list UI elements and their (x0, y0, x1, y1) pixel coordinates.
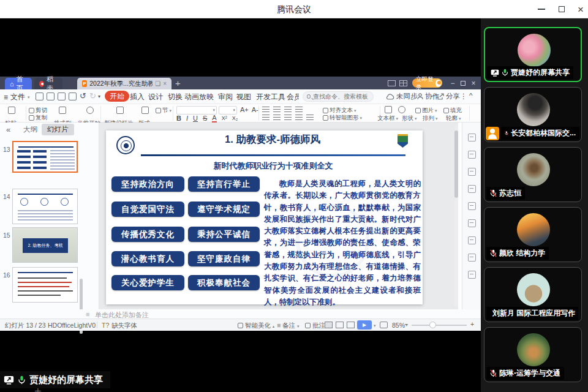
picture-button[interactable]: 图片▾ (415, 107, 437, 115)
more-commands-icon[interactable]: ▾ (98, 94, 100, 99)
more-menu-button[interactable]: ⋮ (460, 92, 467, 100)
line-spacing-icon[interactable] (306, 115, 314, 121)
shape-icon[interactable] (398, 106, 405, 113)
notes-bar[interactable]: ≡ 单击此处添加备注 (0, 309, 481, 318)
shape-button[interactable]: 形状▾ (402, 115, 417, 123)
play-options-caret[interactable]: ▾ (374, 323, 376, 328)
fill-button[interactable]: 填充 (443, 107, 462, 115)
align-left-icon[interactable] (262, 115, 270, 121)
comment-button[interactable]: 批注 (305, 322, 325, 330)
font-family-select[interactable]: ▾ (176, 106, 217, 115)
theme-name[interactable]: HDOfficeLightV0 (48, 322, 96, 329)
participant-tile[interactable]: 苏志恒 (484, 147, 582, 202)
new-doc-icon[interactable] (36, 92, 43, 100)
menu-tab-design[interactable]: 设计 (148, 92, 163, 102)
animation-pane-icon[interactable] (468, 151, 476, 159)
wps-restore-button[interactable] (458, 77, 468, 89)
properties-pane-icon[interactable] (468, 134, 476, 141)
outdent-icon[interactable] (284, 107, 292, 113)
design-pane-icon[interactable] (468, 168, 476, 176)
command-search[interactable] (303, 91, 374, 102)
copy-button[interactable]: 复制 (29, 114, 47, 122)
zoom-slider-track[interactable] (412, 325, 467, 326)
slide-thumbnail-15[interactable]: 2. 助教任务、考核 (12, 227, 78, 263)
print-icon[interactable] (58, 92, 66, 100)
slide-thumbnail-13[interactable] (12, 141, 78, 173)
grow-font-button[interactable]: A+ (240, 106, 249, 113)
menu-tab-transition[interactable]: 切换 (168, 92, 183, 102)
font-color-button[interactable]: A (212, 114, 216, 123)
panel-collapse-button[interactable]: « (6, 125, 10, 134)
tab-popout-icon[interactable]: ❏ (155, 80, 160, 87)
current-slide[interactable]: 1. 助教要求-师德师风 新时代教师职业行为十项准则全文 坚持政治方向 坚持言行… (106, 130, 423, 304)
save-icon[interactable] (47, 92, 55, 100)
search-input[interactable] (313, 93, 369, 100)
tab-slides[interactable]: 幻灯片 (42, 124, 74, 135)
menu-tab-slideshow[interactable]: 放映 (199, 92, 214, 102)
undo-icon[interactable]: ↺ (80, 91, 86, 100)
sync-status[interactable]: 未同步 (386, 92, 418, 101)
participant-tile[interactable]: 长安都柏林国际交... (484, 87, 582, 142)
new-tab-button[interactable]: + (175, 78, 181, 88)
print-preview-icon[interactable] (69, 92, 77, 100)
window-split-icon[interactable] (388, 80, 396, 86)
menu-tab-view[interactable]: 视图 (236, 92, 251, 102)
justify-icon[interactable] (295, 115, 303, 121)
outline-button[interactable]: 轮廓▾ (446, 115, 461, 123)
wps-tab-docer[interactable]: 稻壳 (34, 78, 62, 89)
redo-icon[interactable]: ↻ (89, 91, 96, 100)
icon-pane-icon[interactable] (468, 236, 476, 244)
smart-graphic-button[interactable]: 转智能图形▾ (323, 114, 362, 122)
resource-pane-icon[interactable] (468, 202, 476, 210)
underline-button[interactable]: U (193, 115, 198, 122)
italic-button[interactable]: I (186, 115, 188, 122)
tab-outline[interactable]: 大纲 (23, 125, 37, 134)
missing-font-label[interactable]: 缺失字体 (111, 322, 137, 330)
menu-tab-review[interactable]: 审阅 (218, 92, 233, 102)
align-right-icon[interactable] (284, 115, 292, 121)
shrink-font-button[interactable]: A- (252, 106, 258, 113)
close-button[interactable]: × (571, 0, 588, 18)
file-menu[interactable]: ≡ 文件 ▾ (4, 92, 30, 102)
fit-window-button[interactable] (380, 322, 388, 328)
strikethrough-button[interactable]: S (203, 115, 207, 122)
reading-view-button[interactable] (347, 322, 355, 328)
menu-tab-devtools[interactable]: 开发工具 (256, 92, 285, 102)
participant-tile[interactable]: 陈琳-运筹学与交通 (484, 327, 582, 382)
comment-pane-icon[interactable] (468, 185, 476, 193)
wps-tab-home[interactable]: ⌂ 首页 (5, 78, 32, 89)
wps-tab-document[interactable]: P 2022年秋季...究生助教座谈会 ❏ × (77, 78, 172, 89)
normal-view-button[interactable] (325, 322, 333, 328)
menu-tab-start[interactable]: 开始 (105, 91, 129, 102)
sorter-view-button[interactable] (336, 322, 344, 328)
maximize-button[interactable] (552, 0, 571, 18)
subscript-button[interactable]: X₂ (232, 115, 238, 121)
align-center-icon[interactable] (273, 115, 281, 121)
zoom-in-button[interactable]: + (470, 320, 474, 328)
collapse-ribbon-button[interactable]: ^ (469, 92, 472, 99)
slideshow-play-button[interactable]: ▶ (357, 320, 372, 330)
participant-tile-sharing[interactable]: 贾婕妤的屏幕共享 (484, 27, 582, 82)
participant-tile[interactable]: 刘新月 国际工程应用写作 (484, 267, 582, 322)
zoom-slider-knob[interactable] (429, 322, 436, 328)
wps-close-button[interactable]: × (469, 77, 478, 89)
wps-minimize-button[interactable]: − (448, 77, 458, 89)
zoom-level[interactable]: 85% (392, 322, 405, 329)
beautify-button[interactable]: 智能美化 ▴ (238, 322, 274, 330)
textbox-button[interactable]: 文本框▾ (377, 115, 398, 123)
bold-button[interactable]: B (176, 115, 181, 122)
participant-tile[interactable]: 颜欣 结构力学 (484, 207, 582, 262)
indent-icon[interactable] (295, 107, 303, 113)
number-list-icon[interactable] (273, 107, 281, 113)
share-button[interactable]: 分享 (437, 92, 460, 101)
zoom-out-button[interactable]: − (404, 320, 408, 328)
menu-tab-vip[interactable]: 会员专享 (287, 92, 299, 102)
chart-pane-icon[interactable] (468, 219, 476, 227)
login-button[interactable]: 立即登录 (412, 78, 442, 88)
canvas-scrollbar[interactable] (454, 126, 458, 306)
font-size-select[interactable]: ▾ (219, 106, 237, 115)
menu-tab-insert[interactable]: 插入 (130, 92, 145, 102)
textbox-icon[interactable] (385, 106, 392, 113)
section-button[interactable]: 节▾ (156, 107, 172, 115)
slide-thumbnail-16[interactable] (12, 267, 78, 303)
